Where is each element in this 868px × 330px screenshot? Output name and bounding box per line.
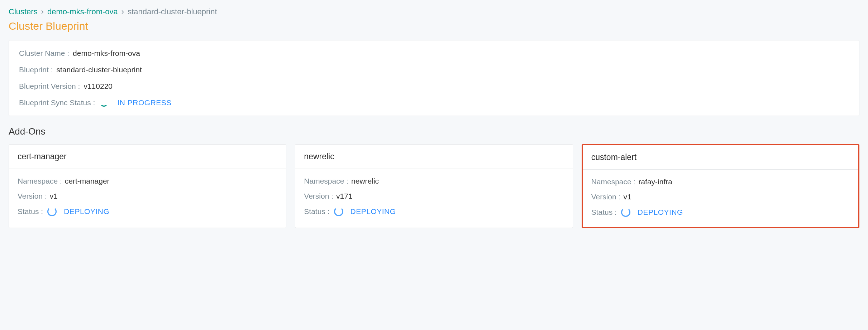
addon-version-row: Version : v171 bbox=[304, 192, 564, 200]
cluster-name-label: Cluster Name : bbox=[19, 49, 69, 58]
blueprint-info-card: Cluster Name : demo-mks-from-ova Bluepri… bbox=[9, 40, 859, 116]
addon-body: Namespace : cert-manager Version : v1 St… bbox=[9, 169, 286, 226]
addon-version-value: v1 bbox=[623, 193, 631, 201]
breadcrumb-clusters[interactable]: Clusters bbox=[9, 7, 38, 16]
breadcrumb: Clusters › demo-mks-from-ova › standard-… bbox=[9, 7, 859, 16]
addon-version-row: Version : v1 bbox=[591, 193, 850, 201]
addon-namespace-row: Namespace : newrelic bbox=[304, 177, 564, 185]
addon-body: Namespace : rafay-infra Version : v1 Sta… bbox=[583, 170, 858, 227]
sync-status-row: Blueprint Sync Status : IN PROGRESS bbox=[19, 98, 849, 107]
addon-title: cert-manager bbox=[18, 152, 277, 161]
blueprint-label: Blueprint : bbox=[19, 65, 53, 74]
addons-section-title: Add-Ons bbox=[9, 126, 859, 137]
addon-namespace-label: Namespace : bbox=[591, 178, 636, 186]
addon-namespace-value: rafay-infra bbox=[638, 178, 672, 186]
addon-header: cert-manager bbox=[9, 145, 286, 169]
blueprint-version-label: Blueprint Version : bbox=[19, 82, 80, 91]
spinner-icon bbox=[621, 208, 630, 217]
breadcrumb-separator: › bbox=[41, 7, 44, 16]
addon-namespace-row: Namespace : rafay-infra bbox=[591, 178, 850, 186]
breadcrumb-current: standard-cluster-blueprint bbox=[128, 7, 217, 16]
breadcrumb-cluster[interactable]: demo-mks-from-ova bbox=[47, 7, 118, 16]
cluster-name-row: Cluster Name : demo-mks-from-ova bbox=[19, 49, 849, 58]
addon-status-label: Status : bbox=[591, 208, 617, 217]
addon-body: Namespace : newrelic Version : v171 Stat… bbox=[295, 169, 572, 226]
addon-card: custom-alert Namespace : rafay-infra Ver… bbox=[582, 144, 859, 228]
addon-status-row: Status : DEPLOYING bbox=[18, 207, 277, 216]
addon-namespace-row: Namespace : cert-manager bbox=[18, 177, 277, 185]
addon-status-label: Status : bbox=[18, 207, 43, 216]
addon-status-value: DEPLOYING bbox=[350, 207, 396, 216]
addon-title: custom-alert bbox=[591, 152, 850, 162]
addon-header: newrelic bbox=[295, 145, 572, 169]
addon-namespace-label: Namespace : bbox=[18, 177, 62, 185]
sync-status-value: IN PROGRESS bbox=[117, 98, 171, 107]
addon-status-row: Status : DEPLOYING bbox=[304, 207, 564, 216]
addon-namespace-value: cert-manager bbox=[65, 177, 110, 185]
blueprint-version-row: Blueprint Version : v110220 bbox=[19, 82, 849, 91]
addon-namespace-label: Namespace : bbox=[304, 177, 348, 185]
addon-title: newrelic bbox=[304, 152, 564, 161]
addon-header: custom-alert bbox=[583, 145, 858, 170]
addon-card: newrelic Namespace : newrelic Version : … bbox=[295, 144, 573, 228]
blueprint-version-value: v110220 bbox=[84, 82, 113, 91]
addon-version-label: Version : bbox=[18, 192, 47, 200]
addon-status-value: DEPLOYING bbox=[64, 207, 109, 216]
spinner-icon bbox=[100, 99, 108, 107]
spinner-icon bbox=[334, 207, 343, 216]
addon-status-row: Status : DEPLOYING bbox=[591, 208, 850, 217]
addon-card: cert-manager Namespace : cert-manager Ve… bbox=[9, 144, 286, 228]
page-title: Cluster Blueprint bbox=[9, 20, 859, 32]
blueprint-row: Blueprint : standard-cluster-blueprint bbox=[19, 65, 849, 74]
addon-version-label: Version : bbox=[591, 193, 621, 201]
addon-version-row: Version : v1 bbox=[18, 192, 277, 200]
spinner-icon bbox=[47, 207, 57, 216]
addon-version-label: Version : bbox=[304, 192, 333, 200]
breadcrumb-separator: › bbox=[121, 7, 124, 16]
addon-status-label: Status : bbox=[304, 207, 329, 216]
cluster-name-value: demo-mks-from-ova bbox=[73, 49, 140, 58]
addons-grid: cert-manager Namespace : cert-manager Ve… bbox=[9, 144, 859, 228]
addon-version-value: v1 bbox=[50, 192, 58, 200]
blueprint-value: standard-cluster-blueprint bbox=[57, 65, 142, 74]
addon-version-value: v171 bbox=[336, 192, 353, 200]
addon-namespace-value: newrelic bbox=[351, 177, 379, 185]
sync-status-label: Blueprint Sync Status : bbox=[19, 98, 95, 107]
addon-status-value: DEPLOYING bbox=[638, 208, 683, 217]
